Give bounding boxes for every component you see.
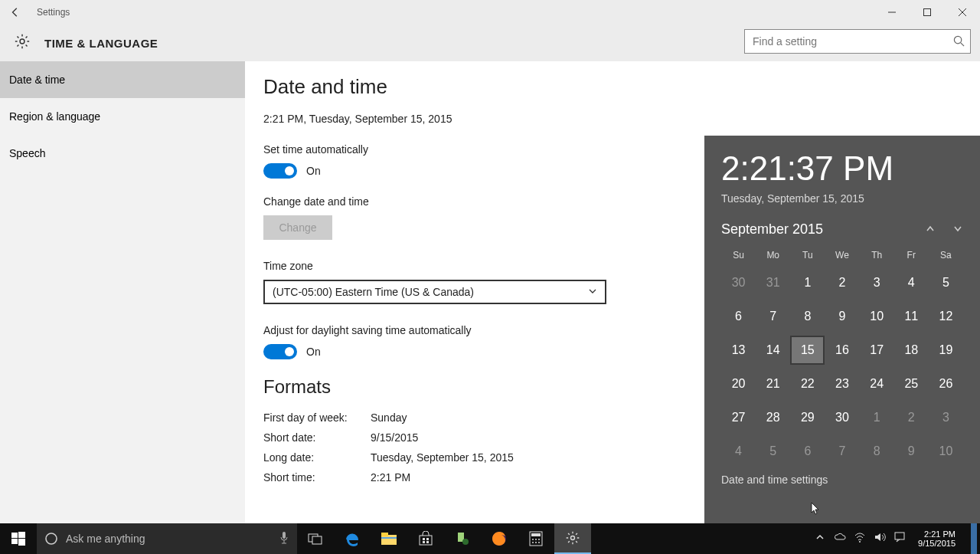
svg-point-34 — [571, 536, 575, 540]
format-value: 2:21 PM — [371, 471, 410, 484]
dst-toggle[interactable] — [263, 344, 297, 359]
auto-time-toggle[interactable] — [263, 163, 297, 179]
calendar-day[interactable]: 16 — [825, 336, 859, 365]
sidebar-item-label: Speech — [9, 147, 45, 159]
cortana-search[interactable]: Ask me anything — [37, 523, 297, 554]
calendar-day[interactable]: 8 — [790, 302, 825, 331]
svg-point-29 — [535, 539, 537, 540]
search-input[interactable] — [744, 29, 971, 54]
calendar-day[interactable]: 8 — [860, 437, 894, 466]
calendar-day[interactable]: 3 — [860, 268, 894, 297]
calendar-day[interactable]: 5 — [756, 437, 790, 466]
svg-point-5 — [954, 36, 961, 43]
calendar-day[interactable]: 19 — [929, 336, 963, 365]
start-button[interactable] — [0, 523, 37, 554]
calendar-day[interactable]: 5 — [929, 268, 963, 297]
svg-rect-21 — [423, 541, 425, 543]
calendar-day[interactable]: 10 — [929, 437, 963, 466]
calendar-day[interactable]: 20 — [721, 369, 756, 398]
date-time-settings-link[interactable]: Date and time settings — [721, 474, 963, 486]
taskbar-file-explorer[interactable] — [371, 523, 407, 554]
svg-point-33 — [538, 542, 540, 543]
sidebar-item-region-language[interactable]: Region & language — [0, 98, 245, 135]
svg-rect-1 — [924, 9, 931, 16]
calendar-weekday: Sa — [929, 247, 963, 264]
tray-onedrive-icon[interactable] — [834, 531, 846, 546]
taskbar-store[interactable] — [407, 523, 444, 554]
taskbar-settings[interactable] — [554, 523, 591, 554]
svg-rect-27 — [531, 533, 541, 536]
dst-state: On — [306, 346, 321, 358]
microphone-icon[interactable] — [279, 531, 289, 547]
calendar-day[interactable]: 9 — [825, 302, 859, 331]
taskbar: Ask me anything 2:21 PM 9/15/2015 — [0, 523, 980, 554]
calendar-day[interactable]: 14 — [756, 336, 790, 365]
svg-line-6 — [961, 43, 964, 46]
minimize-button[interactable] — [874, 0, 910, 25]
calendar-day[interactable]: 7 — [756, 302, 790, 331]
cortana-placeholder: Ask me anything — [66, 533, 145, 545]
timezone-value: (UTC-05:00) Eastern Time (US & Canada) — [273, 286, 474, 298]
calendar-day[interactable]: 25 — [894, 369, 929, 398]
calendar-day[interactable]: 1 — [860, 403, 894, 432]
svg-point-31 — [532, 542, 534, 543]
calendar-day[interactable]: 30 — [721, 268, 756, 297]
calendar-day[interactable]: 3 — [929, 403, 963, 432]
calendar-day[interactable]: 27 — [721, 403, 756, 432]
svg-rect-20 — [426, 538, 429, 540]
calendar-day[interactable]: 4 — [894, 268, 929, 297]
calendar-day[interactable]: 21 — [756, 369, 790, 398]
svg-point-28 — [532, 539, 534, 540]
calendar-day[interactable]: 22 — [790, 369, 825, 398]
tray-action-center-icon[interactable] — [893, 531, 906, 546]
auto-time-state: On — [306, 165, 321, 177]
format-key: First day of week: — [263, 411, 371, 424]
calendar-day[interactable]: 2 — [825, 268, 859, 297]
close-button[interactable] — [945, 0, 980, 25]
format-value: 9/15/2015 — [371, 431, 418, 444]
svg-point-35 — [859, 541, 861, 543]
sidebar-item-speech[interactable]: Speech — [0, 135, 245, 172]
calendar-day[interactable]: 2 — [894, 403, 929, 432]
back-button[interactable] — [0, 0, 31, 25]
calendar-day[interactable]: 6 — [790, 437, 825, 466]
calendar-day[interactable]: 15 — [790, 336, 825, 365]
calendar-day[interactable]: 17 — [860, 336, 894, 365]
calendar-day[interactable]: 18 — [894, 336, 929, 365]
calendar-day[interactable]: 28 — [756, 403, 790, 432]
calendar-day[interactable]: 12 — [929, 302, 963, 331]
month-next-button[interactable] — [952, 223, 963, 237]
calendar-day[interactable]: 29 — [790, 403, 825, 432]
calendar-day[interactable]: 6 — [721, 302, 756, 331]
calendar-day[interactable]: 9 — [894, 437, 929, 466]
calendar-day[interactable]: 30 — [825, 403, 859, 432]
timezone-select[interactable]: (UTC-05:00) Eastern Time (US & Canada) — [263, 280, 606, 304]
tray-volume-icon[interactable] — [874, 531, 886, 546]
tray-show-hidden-icon[interactable] — [814, 531, 826, 546]
calendar-day[interactable]: 1 — [790, 268, 825, 297]
calendar-day[interactable]: 11 — [894, 302, 929, 331]
taskbar-edge[interactable] — [334, 523, 371, 554]
calendar-day[interactable]: 23 — [825, 369, 859, 398]
task-view-button[interactable] — [297, 523, 334, 554]
calendar-day[interactable]: 10 — [860, 302, 894, 331]
svg-point-4 — [20, 39, 24, 44]
sidebar-item-date-time[interactable]: Date & time — [0, 61, 245, 98]
taskbar-app-pinned-1[interactable] — [444, 523, 481, 554]
taskbar-calculator[interactable] — [518, 523, 554, 554]
tray-wifi-icon[interactable] — [854, 531, 866, 546]
calendar-day[interactable]: 4 — [721, 437, 756, 466]
calendar-day[interactable]: 24 — [860, 369, 894, 398]
flyout-month[interactable]: September 2015 — [721, 221, 823, 238]
svg-point-32 — [535, 542, 537, 543]
calendar-day[interactable]: 13 — [721, 336, 756, 365]
calendar-day[interactable]: 31 — [756, 268, 790, 297]
maximize-button[interactable] — [910, 0, 945, 25]
flyout-time: 2:21:37 PM — [721, 149, 963, 188]
show-desktop-button[interactable] — [971, 523, 977, 554]
tray-clock[interactable]: 2:21 PM 9/15/2015 — [913, 529, 960, 548]
month-prev-button[interactable] — [925, 223, 936, 237]
calendar-day[interactable]: 26 — [929, 369, 963, 398]
taskbar-firefox[interactable] — [481, 523, 518, 554]
calendar-day[interactable]: 7 — [825, 437, 859, 466]
